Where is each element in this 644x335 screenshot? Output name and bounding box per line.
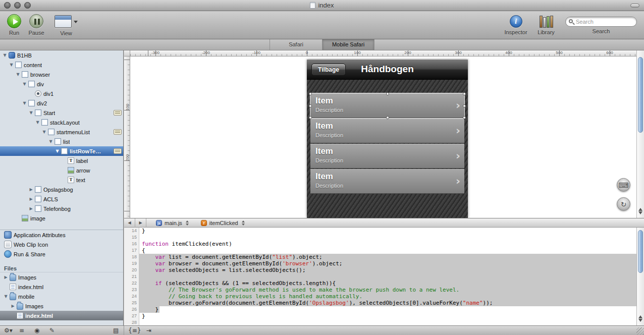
selection-handle[interactable] (309, 92, 312, 95)
tab-mobile-safari[interactable]: Mobile Safari (322, 39, 374, 50)
scroll-down-arrow[interactable] (638, 211, 642, 216)
disclosure-triangle[interactable]: ▼ (3, 294, 9, 299)
file-item-index-html[interactable]: index.html (0, 311, 123, 320)
selection-handle[interactable] (463, 104, 466, 107)
disclosure-triangle[interactable]: ▼ (15, 72, 21, 77)
file-item-images[interactable]: ▶Images (0, 272, 123, 282)
tree-item-start[interactable]: ▼Start (0, 108, 123, 118)
selection-handle[interactable] (309, 116, 312, 119)
tree-item-div[interactable]: ▼div (0, 79, 123, 89)
view-button[interactable]: View (51, 14, 81, 36)
tree-item-opslagsbog[interactable]: ▶Opslagsbog (0, 185, 123, 194)
tree-item-content[interactable]: ▼content (0, 60, 123, 70)
list-item[interactable]: ItemDescription› (310, 169, 464, 194)
code-line[interactable]: 23 // The Browser's goForward method is … (124, 287, 636, 293)
history-forward-button[interactable]: ▶ (135, 218, 146, 228)
tree-item-b1hb[interactable]: ▼B1HB (0, 50, 123, 60)
tree-item-text[interactable]: Ttext (0, 175, 123, 185)
edit-icon[interactable]: ✎ (49, 326, 55, 335)
run-button[interactable]: Run (4, 14, 24, 36)
selection-handle[interactable] (386, 116, 389, 119)
selection-handle[interactable] (386, 92, 389, 95)
tree-item-acls[interactable]: ▶ACLS (0, 194, 123, 204)
sidebar-item-run-share[interactable]: Run & Share (0, 249, 123, 259)
tree-item-stacklayout[interactable]: ▼stackLayout (0, 118, 123, 127)
disclosure-triangle[interactable]: ▼ (55, 149, 60, 153)
record-icon[interactable]: ◉ (34, 326, 39, 335)
panel-toggle-icon[interactable]: ▤ (113, 326, 119, 335)
search-field[interactable] (565, 17, 637, 27)
code-line[interactable]: 26 } (124, 306, 636, 313)
list-view-icon[interactable]: ≡ (19, 326, 24, 335)
list-item[interactable]: ItemDescription› (310, 93, 464, 118)
tree-item-startmenulist[interactable]: ▼startmenuList (0, 127, 123, 137)
keyboard-button[interactable]: ⌨ (617, 178, 630, 192)
file-item-images[interactable]: ▶Images (0, 301, 123, 311)
library-button[interactable]: Library (534, 14, 558, 35)
canvas-scrollbar[interactable] (636, 50, 644, 218)
disclosure-triangle[interactable]: ▶ (28, 197, 34, 201)
code-line[interactable]: 16function itemClicked(event) (124, 241, 636, 247)
tree-item-div1[interactable]: div1 (0, 89, 123, 98)
code-area[interactable]: 14}1516function itemClicked(event)17{18 … (124, 228, 636, 325)
search-input[interactable] (576, 18, 633, 26)
list-item[interactable]: ItemDescription› (310, 144, 464, 169)
tree-item-list[interactable]: ▼list (0, 137, 123, 146)
code-line[interactable]: 15 (124, 234, 636, 241)
rotate-button[interactable]: ↻ (617, 197, 630, 211)
scroll-up-arrow[interactable] (638, 313, 642, 318)
tab-safari[interactable]: Safari (270, 39, 322, 50)
disclosure-triangle[interactable]: ▼ (35, 120, 40, 125)
code-folding-icon[interactable]: {≡} (128, 326, 141, 335)
list-item[interactable]: ItemDescription› (310, 119, 464, 143)
attributes-badge-icon[interactable] (114, 148, 122, 154)
selection-handle[interactable] (309, 104, 312, 107)
code-line[interactable]: 22 if (selectedObjects && (1 == selected… (124, 280, 636, 287)
code-line[interactable]: 17{ (124, 247, 636, 254)
history-back-button[interactable]: ◀ (124, 218, 135, 228)
disclosure-triangle[interactable]: ▼ (22, 101, 27, 105)
code-line[interactable]: 14} (124, 228, 636, 234)
code-line[interactable]: 28 (124, 319, 636, 325)
code-line[interactable]: 18 var list = document.getElementById("l… (124, 254, 636, 260)
disclosure-triangle[interactable]: ▼ (2, 53, 8, 58)
tree-item-listrowte[interactable]: ▼listRowTe… (0, 146, 123, 156)
back-button[interactable]: Tilbage (311, 64, 346, 76)
disclosure-triangle[interactable]: ▼ (41, 130, 47, 134)
disclosure-triangle[interactable]: ▶ (28, 206, 34, 211)
file-popup[interactable]: js main.js (153, 218, 191, 228)
code-line[interactable]: 20 var selectedObjects = list.selectedOb… (124, 267, 636, 273)
code-line[interactable]: 24 // Going back to previous levels is h… (124, 293, 636, 300)
attributes-badge-icon[interactable] (114, 110, 122, 116)
disclosure-triangle[interactable]: ▶ (10, 304, 16, 308)
tree-item-image[interactable]: image (0, 213, 123, 223)
attributes-badge-icon[interactable] (114, 129, 122, 135)
tree-item-telefonbog[interactable]: ▶Telefonbog (0, 204, 123, 213)
inspector-button[interactable]: Inspector (501, 14, 531, 35)
shift-right-icon[interactable]: ⇥ (146, 326, 151, 335)
function-popup[interactable]: f itemClicked (198, 218, 247, 228)
selection-handle[interactable] (463, 92, 466, 95)
file-item-index-html[interactable]: index.html (0, 282, 123, 292)
scroll-down-arrow[interactable] (638, 319, 642, 324)
sidebar-item-application-attributes[interactable]: Application Attributes (0, 230, 123, 240)
sidebar-item-web-clip-icon[interactable]: Web Clip Icon (0, 240, 123, 249)
pause-button[interactable]: Pause (25, 14, 47, 36)
toolbar-toggle-button[interactable] (630, 4, 639, 8)
code-line[interactable]: 21 (124, 273, 636, 280)
scroll-up-arrow[interactable] (638, 206, 642, 211)
tree-item-label[interactable]: Tlabel (0, 156, 123, 165)
disclosure-triangle[interactable]: ▼ (28, 110, 34, 115)
tree-item-arrow[interactable]: arrow (0, 165, 123, 175)
tree-item-browser[interactable]: ▼browser (0, 70, 123, 79)
scrollbar-thumb[interactable] (638, 57, 643, 133)
editor-scrollbar[interactable] (636, 228, 644, 325)
tree-item-div2[interactable]: ▼div2 (0, 98, 123, 108)
scrollbar-thumb[interactable] (638, 230, 643, 273)
code-line[interactable]: 19 var browser = document.getElementById… (124, 260, 636, 267)
code-line[interactable]: 27} (124, 313, 636, 319)
disclosure-triangle[interactable]: ▼ (22, 82, 27, 86)
resize-grip[interactable] (636, 327, 644, 335)
action-menu-icon[interactable]: ⚙▾ (4, 326, 13, 335)
disclosure-triangle[interactable]: ▶ (3, 275, 9, 280)
